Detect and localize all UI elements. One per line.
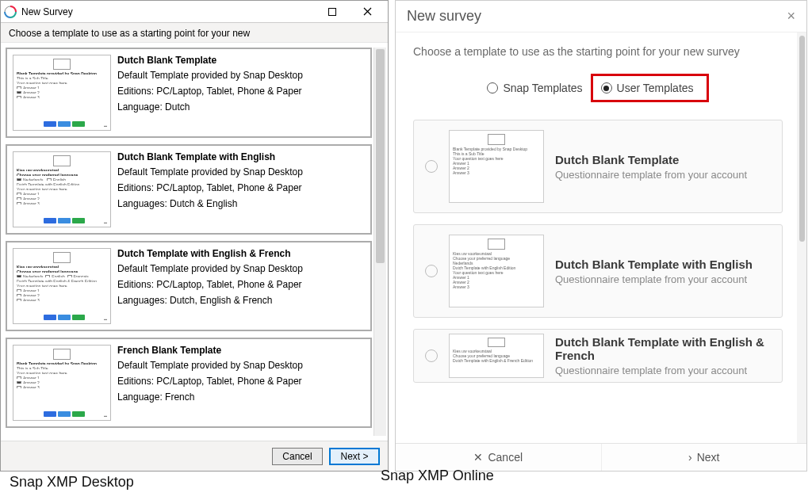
template-info: Dutch Blank Template Default Template pr… xyxy=(117,55,365,131)
snap-templates-radio[interactable]: Snap Templates xyxy=(487,82,582,94)
template-language: Language: Dutch xyxy=(117,101,365,113)
template-editions: Editions: PC/Laptop, Tablet, Phone & Pap… xyxy=(117,182,365,193)
template-title: French Blank Template xyxy=(117,345,365,356)
template-title: Dutch Blank Template xyxy=(117,55,365,66)
svg-rect-1 xyxy=(329,8,336,15)
template-item[interactable]: Blank Template provided by Snap Desktop … xyxy=(6,338,372,428)
template-subtitle: Questionnaire template from your account xyxy=(555,169,747,181)
template-title: Dutch Blank Template with English xyxy=(555,258,753,271)
template-language: Languages: Dutch & English xyxy=(117,198,365,209)
scroll-thumb[interactable] xyxy=(376,49,385,263)
template-item[interactable]: Blank Template provided by Snap Desktop … xyxy=(6,48,372,138)
instruction-text: Choose a template to use as a starting p… xyxy=(1,23,388,43)
chevron-right-icon: › xyxy=(688,451,692,464)
template-thumbnail: Kies uw voorkeurstaal Choose your prefer… xyxy=(449,235,544,307)
select-radio[interactable] xyxy=(425,160,438,173)
template-language: Languages: Dutch, English & French xyxy=(117,295,365,306)
instruction-text: Choose a template to use as the starting… xyxy=(413,45,783,58)
template-thumbnail: Kies uw voorkeurstaal Choose your prefer… xyxy=(449,334,544,378)
template-thumbnail: Blank Template provided by Snap Desktop … xyxy=(13,345,111,421)
dialog-footer: Cancel Next > xyxy=(1,441,388,471)
template-editions: Editions: PC/Laptop, Tablet, Phone & Pap… xyxy=(117,86,365,97)
desktop-dialog: New Survey Choose a template to use as a… xyxy=(0,0,389,472)
select-radio[interactable] xyxy=(425,349,438,362)
template-info: French Blank Template Default Template p… xyxy=(117,345,365,421)
template-item[interactable]: Kies uw voorkeurstaal Choose your prefer… xyxy=(6,241,372,331)
next-button[interactable]: Next > xyxy=(329,448,380,465)
dialog-footer: ✕ Cancel › Next xyxy=(396,443,806,471)
next-button[interactable]: › Next xyxy=(602,444,807,471)
template-info: Dutch Blank Template with English & Fren… xyxy=(555,335,771,376)
caption-online: Snap XMP Online xyxy=(381,468,494,484)
template-editions: Editions: PC/Laptop, Tablet, Phone & Pap… xyxy=(117,279,365,290)
app-logo-icon xyxy=(4,6,17,18)
radio-label: Snap Templates xyxy=(503,82,582,94)
template-item[interactable]: Kies uw voorkeurstaal Choose your prefer… xyxy=(413,224,783,318)
scrollbar[interactable] xyxy=(373,48,386,436)
user-templates-radio[interactable]: User Templates xyxy=(591,74,709,102)
dialog-title: New survey xyxy=(407,8,481,25)
dialog-header: New survey × xyxy=(396,1,806,32)
template-thumbnail: Blank Template provided by Snap Desktop … xyxy=(13,55,111,131)
template-info: Dutch Template with English & French Def… xyxy=(117,248,365,324)
cancel-button[interactable]: ✕ Cancel xyxy=(396,444,602,471)
cancel-button[interactable]: Cancel xyxy=(272,448,323,465)
maximize-button[interactable] xyxy=(315,2,350,22)
scroll-thumb[interactable] xyxy=(799,36,805,242)
template-thumbnail: Kies uw voorkeurstaal Choose your prefer… xyxy=(13,248,111,324)
template-provider: Default Template provided by Snap Deskto… xyxy=(117,263,365,274)
scrollbar[interactable] xyxy=(797,32,806,443)
radio-icon xyxy=(601,82,612,94)
online-dialog: New survey × Choose a template to use as… xyxy=(395,0,807,472)
close-icon[interactable]: × xyxy=(787,8,795,25)
template-item[interactable]: Kies uw voorkeurstaal Choose your prefer… xyxy=(413,329,783,383)
radio-label: User Templates xyxy=(617,82,694,94)
window-title: New Survey xyxy=(21,6,73,17)
template-info: Dutch Blank Template with English Questi… xyxy=(555,258,753,285)
template-title: Dutch Blank Template xyxy=(555,153,747,166)
template-title: Dutch Template with English & French xyxy=(117,248,365,259)
template-source-radios: Snap Templates User Templates xyxy=(413,74,783,102)
template-subtitle: Questionnaire template from your account xyxy=(555,273,753,285)
template-title: Dutch Blank Template with English xyxy=(117,151,365,162)
template-editions: Editions: PC/Laptop, Tablet, Phone & Pap… xyxy=(117,376,365,387)
template-provider: Default Template provided by Snap Deskto… xyxy=(117,360,365,371)
template-item[interactable]: Blank Template provided by Snap Desktop … xyxy=(413,120,783,213)
template-provider: Default Template provided by Snap Deskto… xyxy=(117,70,365,81)
template-info: Dutch Blank Template Questionnaire templ… xyxy=(555,153,747,181)
radio-icon xyxy=(487,82,498,94)
template-language: Language: French xyxy=(117,391,365,403)
template-provider: Default Template provided by Snap Deskto… xyxy=(117,166,365,178)
close-button[interactable] xyxy=(350,2,385,22)
template-info: Dutch Blank Template with English Defaul… xyxy=(117,151,365,227)
template-title: Dutch Blank Template with English & Fren… xyxy=(555,335,771,362)
template-thumbnail: Kies uw voorkeurstaal Choose your prefer… xyxy=(13,151,111,227)
template-thumbnail: Blank Template provided by Snap Desktop … xyxy=(449,130,544,203)
title-bar: New Survey xyxy=(1,1,388,23)
caption-desktop: Snap XMP Desktop xyxy=(10,474,134,491)
template-subtitle: Questionnaire template from your account xyxy=(555,365,771,376)
template-list: Blank Template provided by Snap Desktop … xyxy=(6,48,373,436)
close-icon: ✕ xyxy=(473,451,483,464)
template-item[interactable]: Kies uw voorkeurstaal Choose your prefer… xyxy=(6,144,372,235)
select-radio[interactable] xyxy=(425,265,438,277)
